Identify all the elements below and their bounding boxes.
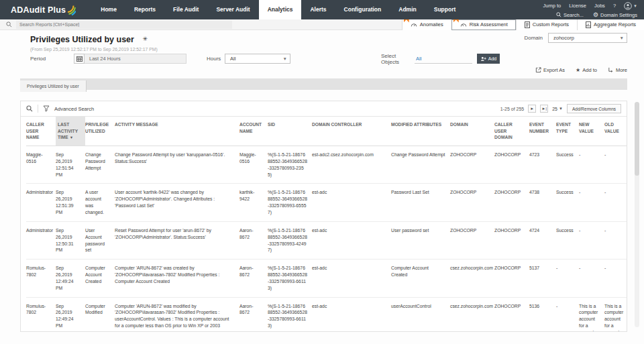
- report-tab-risk-assessment[interactable]: Risk Assessment: [451, 19, 516, 30]
- risk-meter-icon: [460, 21, 467, 27]
- nav-item-configuration[interactable]: Configuration: [335, 0, 390, 19]
- domain-select[interactable]: zohocorp ▼: [548, 33, 627, 43]
- domain-selector: Domain zohocorp ▼: [524, 33, 627, 43]
- top-link-[interactable]: ?: [613, 3, 616, 9]
- report-search-row: AnomaliesRisk AssessmentCustom ReportsAg…: [0, 19, 644, 30]
- export-as-label: Export As: [543, 67, 565, 73]
- table-cell: Sep 26,2019 12:49:24 PM: [56, 260, 85, 297]
- hours-select[interactable]: All ▼: [225, 54, 290, 64]
- table-cell: %(S-1-5-21-1867688552-3649366528-3325780…: [268, 221, 312, 259]
- table-cell: Sep 26,2019 12:51:39 PM: [56, 184, 85, 221]
- column-header-new-value[interactable]: NEW VALUE: [579, 117, 604, 146]
- report-table: CALLER USER NAMELAST ACTIVITY TIME▼PRIVI…: [26, 117, 627, 332]
- table-cell: -: [579, 146, 604, 184]
- add-remove-columns-button[interactable]: Add/Remove Columns: [567, 104, 621, 113]
- aggregate-report-icon: [586, 21, 591, 28]
- table-cell: User password set: [391, 221, 450, 259]
- column-header-privilege-utilized[interactable]: PRIVILEGE UTILIZED: [85, 117, 115, 146]
- table-cell: ZOHOCORP: [494, 221, 529, 259]
- table-cell: Romulus-7802: [26, 297, 56, 332]
- scrollbar-thumb[interactable]: [635, 102, 639, 176]
- table-cell: Sep 26,2019 12:50:31 PM: [56, 221, 85, 259]
- column-header-event-type[interactable]: EVENT TYPE: [556, 117, 579, 146]
- select-objects-input[interactable]: All: [415, 54, 472, 64]
- more-button[interactable]: More: [608, 67, 627, 73]
- report-card: Advanced Search 1-25 of 255 ► ►| 25 ▼ Ad…: [20, 101, 627, 332]
- search-icon[interactable]: [26, 105, 33, 112]
- column-header-domain-controller[interactable]: DOMAIN CONTROLLER: [312, 117, 391, 146]
- table-cell: Success: [556, 184, 579, 221]
- column-header-account-name[interactable]: ACCOUNT NAME: [239, 117, 268, 146]
- column-header-modified-attributes[interactable]: MODIFIED ATTRIBUTES: [391, 117, 450, 146]
- table-cell: Success: [556, 146, 579, 184]
- hours-label: Hours: [207, 56, 225, 62]
- table-cell: csez.zohocorpin.com: [450, 297, 494, 332]
- top-links-group: Jump toLicenseJobs?: [543, 3, 616, 9]
- main-nav: HomeReportsFile AuditServer AuditAnalyti…: [92, 0, 464, 19]
- domain-settings-button[interactable]: ⚙ Domain Settings: [593, 12, 637, 18]
- chevron-down-icon: ▼: [620, 36, 624, 40]
- add-objects-button[interactable]: Add: [477, 54, 500, 64]
- domain-settings-label: Domain Settings: [600, 12, 637, 18]
- global-search-button[interactable]: Search...: [556, 12, 584, 18]
- table-cell: Administrator: [26, 184, 56, 221]
- nav-item-reports[interactable]: Reports: [125, 0, 164, 19]
- table-cell: -: [579, 260, 604, 297]
- advanced-search-group: Advanced Search: [26, 105, 94, 113]
- table-cell: -: [604, 184, 627, 221]
- search-reports-input[interactable]: [16, 21, 232, 29]
- column-header-old-value[interactable]: OLD VALUE: [604, 117, 627, 146]
- top-link-jobs[interactable]: Jobs: [594, 3, 605, 9]
- nav-item-alerts[interactable]: Alerts: [301, 0, 335, 19]
- filter-funnel-icon[interactable]: [43, 105, 50, 112]
- table-cell: Password Last Set: [391, 184, 450, 221]
- advanced-search-link[interactable]: Advanced Search: [54, 106, 94, 112]
- favorite-star-icon[interactable]: ✳: [142, 36, 148, 42]
- next-page-button[interactable]: ►: [528, 105, 536, 113]
- report-tab-aggregate-reports[interactable]: Aggregate Reports: [577, 19, 644, 30]
- nav-item-analytics[interactable]: Analytics: [259, 0, 302, 19]
- column-header-sid[interactable]: SID: [268, 117, 312, 146]
- calendar-button[interactable]: [74, 54, 85, 64]
- vertical-scrollbar[interactable]: [635, 102, 639, 327]
- table-cell: userAccountControl: [391, 297, 450, 332]
- export-as-button[interactable]: Export As: [535, 67, 565, 73]
- column-header-domain[interactable]: DOMAIN: [450, 117, 494, 146]
- column-header-caller-user-name[interactable]: CALLER USER NAME: [26, 117, 56, 146]
- add-to-button[interactable]: ★ Add to: [576, 67, 597, 73]
- table-cell: -: [579, 184, 604, 221]
- top-link-jump-to[interactable]: Jump to: [543, 3, 561, 9]
- nav-item-home[interactable]: Home: [92, 0, 125, 19]
- column-header-activity-message[interactable]: ACTIVITY MESSAGE: [115, 117, 239, 146]
- table-cell: karthik-9422: [239, 184, 268, 221]
- table-cell: ZOHOCORP: [450, 221, 494, 259]
- top-link-license[interactable]: License: [569, 3, 586, 9]
- logo-swoosh-icon: [67, 4, 76, 15]
- nav-item-support[interactable]: Support: [425, 0, 465, 19]
- nav-item-admin[interactable]: Admin: [390, 0, 425, 19]
- nav-item-server-audit[interactable]: Server Audit: [207, 0, 258, 19]
- table-cell: %(S-1-5-21-1867688552-3649366528-3325780…: [268, 297, 312, 332]
- app-logo-text: ADAudit Plus: [11, 5, 66, 15]
- column-header-caller-user-domain[interactable]: CALLER USER DOMAIN: [494, 117, 529, 146]
- domain-select-value: zohocorp: [553, 35, 574, 41]
- page-size-select[interactable]: 25 ▼: [552, 107, 563, 111]
- column-header-last-activity-time[interactable]: LAST ACTIVITY TIME▼: [56, 117, 85, 146]
- export-icon: [535, 67, 541, 73]
- report-tab-custom-reports[interactable]: Custom Reports: [516, 19, 577, 30]
- column-header-event-number[interactable]: EVENT NUMBER: [529, 117, 556, 146]
- app-logo[interactable]: ADAudit Plus: [0, 0, 83, 19]
- nav-item-file-audit[interactable]: File Audit: [164, 0, 207, 19]
- sort-desc-icon: ▼: [70, 135, 73, 139]
- pagination-range: 1-25 of 255: [500, 107, 524, 111]
- period-input[interactable]: Last 24 Hours: [85, 54, 186, 64]
- table-cell: A user account was changed.: [85, 184, 115, 221]
- user-menu[interactable]: ▼: [624, 2, 637, 10]
- more-tree-icon: [608, 67, 614, 73]
- tab-privileges-utilized-by-user[interactable]: Privileges Utilized by user: [20, 80, 87, 92]
- table-cell: Sep 26,2019 12:51:54 PM: [56, 146, 85, 184]
- report-tab-anomalies[interactable]: Anomalies: [402, 19, 451, 30]
- person-add-icon: [480, 56, 486, 62]
- last-page-button[interactable]: ►|: [540, 105, 548, 113]
- report-tab-label: Custom Reports: [533, 21, 569, 27]
